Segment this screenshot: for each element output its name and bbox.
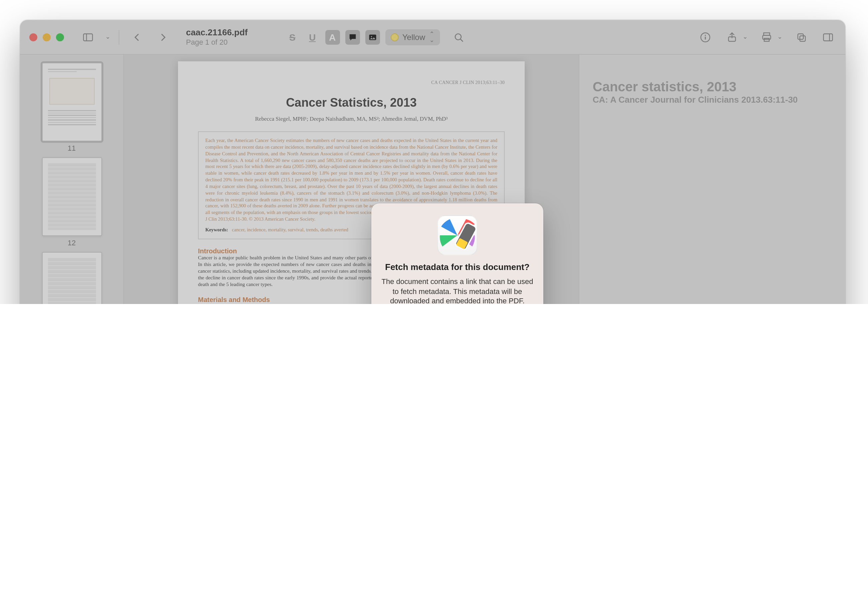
dialog-heading: Fetch metadata for this document? <box>381 262 534 273</box>
app-icon <box>437 216 477 255</box>
fetch-metadata-dialog: Fetch metadata for this document? The do… <box>371 203 543 304</box>
dialog-body: The document contains a link that can be… <box>381 277 534 304</box>
app-window: ⌄ caac.21166.pdf Page 1 of 20 S U A Yell… <box>20 20 845 304</box>
